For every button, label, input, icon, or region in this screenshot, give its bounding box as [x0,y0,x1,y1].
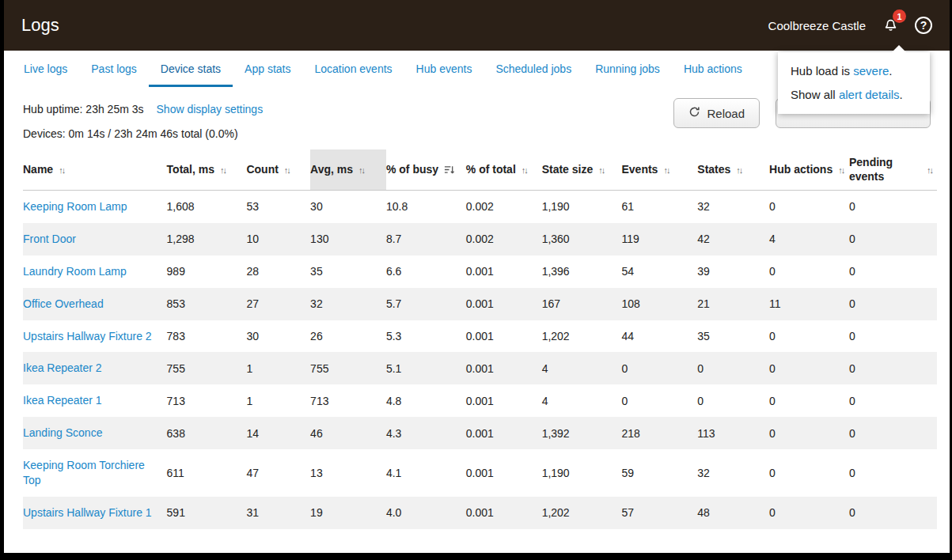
cell-total-ms: 755 [167,352,247,384]
cell-hub-actions: 0 [769,449,849,497]
cell-state-size: 1,202 [542,497,622,529]
column-header-count[interactable]: Count↑↓ [246,149,310,191]
severe-link[interactable]: severe [853,64,889,78]
tab-device-stats[interactable]: Device stats [149,51,233,87]
column-header-of-busy[interactable]: % of busy [386,149,466,191]
cell-count: 1 [246,352,310,384]
table-row: Ikea Repeater 275517555.10.00140000 [23,352,937,384]
tab-past-logs[interactable]: Past logs [79,51,149,87]
cell-hub-actions: 0 [769,255,849,288]
sort-toggle-icon[interactable]: ↑↓ [220,165,226,175]
column-header-states[interactable]: States↑↓ [697,149,769,191]
column-label: State size [542,163,594,177]
device-stats-table: Name↑↓Total, ms↑↓Count↑↓Avg, ms↑↓% of bu… [23,149,937,529]
device-link[interactable]: Ikea Repeater 2 [23,361,102,376]
sort-descending-icon[interactable] [444,165,454,175]
sort-toggle-icon[interactable]: ↑↓ [358,165,364,175]
cell-name: Ikea Repeater 1 [23,384,167,417]
cell-of-total: 0.001 [466,320,542,353]
table-row: Upstairs Hallway Fixture 278330265.30.00… [23,320,937,353]
column-header-events[interactable]: Events↑↓ [621,149,697,191]
cell-hub-actions: 0 [769,352,849,384]
device-link[interactable]: Landing Sconce [23,426,102,441]
table-row: Landing Sconce63814464.30.0011,392218113… [23,417,937,449]
column-header-hub-actions[interactable]: Hub actions↑↓ [769,149,849,191]
column-header-avg-ms[interactable]: Avg, ms↑↓ [310,149,386,191]
tab-hub-events[interactable]: Hub events [404,51,484,87]
cell-states: 0 [697,384,769,417]
alert-details-period: . [900,88,903,101]
notification-badge: 1 [893,9,906,23]
device-link[interactable]: Keeping Room Torchiere Top [23,458,162,488]
show-all-text: Show all [791,88,839,101]
notifications-button[interactable]: 1 [880,15,901,36]
device-link[interactable]: Keeping Room Lamp [23,199,127,214]
device-link[interactable]: Front Door [23,232,76,247]
cell-total-ms: 611 [167,449,247,497]
cell-avg-ms: 755 [310,352,386,384]
cell-events: 57 [621,497,697,529]
column-label: Pending events [849,156,921,184]
device-link[interactable]: Upstairs Hallway Fixture 1 [23,505,152,520]
cell-avg-ms: 35 [310,255,386,288]
tab-location-events[interactable]: Location events [302,51,404,87]
toolbar-left: Hub uptime: 23h 25m 3s Show display sett… [23,98,263,140]
table-header-row: Name↑↓Total, ms↑↓Count↑↓Avg, ms↑↓% of bu… [23,149,937,191]
cell-hub-actions: 0 [769,497,849,529]
sort-toggle-icon[interactable]: ↑↓ [598,165,604,175]
reload-button[interactable]: Reload [673,98,760,128]
device-link[interactable]: Ikea Repeater 1 [23,393,102,408]
cell-of-total: 0.001 [466,417,542,449]
cell-avg-ms: 19 [310,497,386,529]
column-header-pending-events[interactable]: Pending events↑↓ [849,149,937,191]
cell-of-busy: 8.7 [386,223,466,255]
cell-events: 0 [621,352,697,384]
tab-hub-actions[interactable]: Hub actions [672,51,754,87]
cell-hub-actions: 4 [769,223,849,255]
column-header-name[interactable]: Name↑↓ [23,149,167,191]
device-link[interactable]: Office Overhead [23,297,104,312]
alert-details-link[interactable]: alert details [839,88,900,101]
cell-events: 44 [621,320,697,353]
tab-app-stats[interactable]: App stats [233,51,302,87]
reload-label: Reload [707,107,745,120]
cell-hub-actions: 0 [769,320,849,353]
cell-of-total: 0.002 [466,223,542,255]
column-header-total-ms[interactable]: Total, ms↑↓ [167,149,247,191]
refresh-icon [688,106,700,120]
question-mark-icon: ? [920,19,927,32]
sort-toggle-icon[interactable]: ↑↓ [927,165,932,175]
cell-events: 61 [621,191,697,223]
sort-toggle-icon[interactable]: ↑↓ [838,165,844,175]
column-label: Events [621,163,658,177]
cell-state-size: 167 [542,288,622,320]
cell-total-ms: 1,608 [167,191,247,223]
cell-state-size: 1,190 [542,191,622,223]
sort-toggle-icon[interactable]: ↑↓ [59,165,64,175]
display-settings-link[interactable]: Show display settings [157,103,264,115]
cell-avg-ms: 713 [310,384,386,417]
cell-events: 54 [621,255,697,288]
cell-hub-actions: 0 [769,384,849,417]
hub-name: Coolbreeze Castle [768,19,866,32]
tab-scheduled-jobs[interactable]: Scheduled jobs [484,51,583,87]
column-header-of-total[interactable]: % of total↑↓ [466,149,542,191]
cell-states: 32 [697,449,769,497]
cell-states: 0 [697,352,769,384]
cell-pending-events: 0 [849,255,937,288]
devices-summary-text: Devices: 0m 14s / 23h 24m 46s total (0.0… [23,127,263,140]
help-button[interactable]: ? [915,17,932,34]
table-row: Office Overhead85327325.70.0011671082111… [23,288,937,320]
cell-avg-ms: 130 [310,223,386,255]
tab-running-jobs[interactable]: Running jobs [583,51,672,87]
table-row: Ikea Repeater 171317134.80.00140000 [23,384,937,417]
sort-toggle-icon[interactable]: ↑↓ [284,165,290,175]
device-link[interactable]: Laundry Room Lamp [23,264,127,279]
sort-toggle-icon[interactable]: ↑↓ [522,165,527,175]
column-label: Hub actions [769,163,833,177]
device-link[interactable]: Upstairs Hallway Fixture 2 [23,329,152,344]
column-header-state-size[interactable]: State size↑↓ [542,149,622,191]
tab-live-logs[interactable]: Live logs [12,51,79,87]
sort-toggle-icon[interactable]: ↑↓ [663,165,669,175]
sort-toggle-icon[interactable]: ↑↓ [736,165,741,175]
